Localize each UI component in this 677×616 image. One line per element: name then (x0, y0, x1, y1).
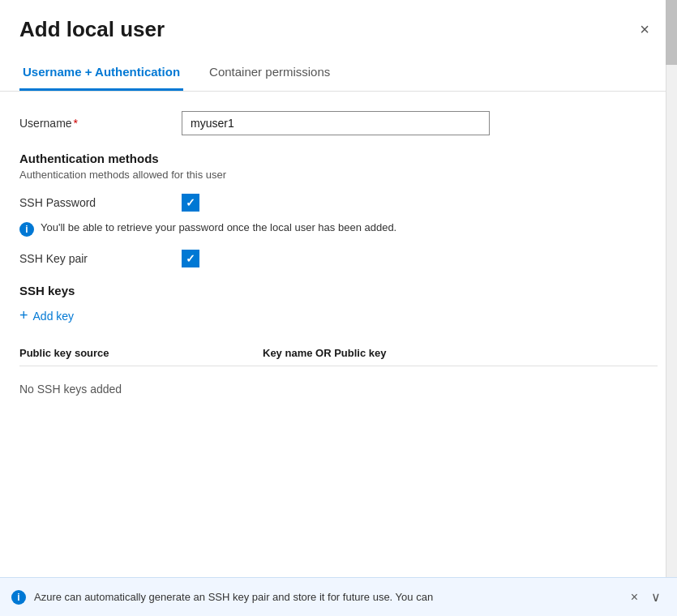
dialog-header: Add local user × (0, 0, 677, 55)
checkmark-icon-2: ✓ (186, 253, 195, 264)
ssh-password-checkbox[interactable]: ✓ (182, 194, 199, 212)
tabs-container: Username + Authentication Container perm… (0, 55, 677, 92)
info-text: You'll be able to retrieve your password… (41, 221, 396, 233)
content-area: Username* Authentication methods Authent… (0, 92, 677, 616)
auth-methods-heading: Authentication methods (19, 152, 658, 165)
ssh-password-info-banner: i You'll be able to retrieve your passwo… (19, 221, 658, 237)
tab-username-authentication[interactable]: Username + Authentication (19, 55, 183, 91)
ssh-password-row: SSH Password ✓ (19, 194, 658, 212)
table-col-public-key-source: Public key source (19, 347, 263, 359)
table-header-row: Public key source Key name OR Public key (19, 340, 658, 366)
bottom-info-text: Azure can automatically generate an SSH … (34, 591, 618, 603)
auth-methods-section: Authentication methods Authentication me… (19, 152, 658, 277)
username-label: Username* (19, 117, 182, 130)
username-input[interactable] (182, 111, 490, 135)
username-row: Username* (19, 111, 658, 135)
bottom-close-button[interactable]: × (626, 588, 643, 606)
ssh-password-label: SSH Password (19, 196, 182, 209)
info-icon: i (19, 222, 34, 237)
auth-methods-subtext: Authentication methods allowed for this … (19, 169, 658, 181)
scrollbar-thumb[interactable] (666, 0, 677, 65)
ssh-keypair-row: SSH Key pair ✓ (19, 250, 658, 267)
required-star: * (74, 117, 78, 130)
table-col-key-name: Key name OR Public key (263, 347, 658, 359)
ssh-keys-section: SSH keys + Add key Public key source Key… (19, 284, 658, 405)
add-key-button[interactable]: + Add key (19, 307, 74, 324)
bottom-info-icon: i (11, 590, 26, 605)
scrollbar-track[interactable] (666, 0, 677, 616)
no-keys-text: No SSH keys added (19, 373, 658, 405)
bottom-chevron-button[interactable]: ∨ (646, 588, 666, 606)
tab-container-permissions[interactable]: Container permissions (206, 55, 333, 91)
close-dialog-button[interactable]: × (632, 16, 658, 42)
bottom-info-bar: i Azure can automatically generate an SS… (0, 577, 677, 616)
add-local-user-dialog: Add local user × Username + Authenticati… (0, 0, 677, 616)
add-key-label: Add key (33, 310, 75, 323)
ssh-keypair-checkbox[interactable]: ✓ (182, 250, 199, 267)
ssh-keys-heading: SSH keys (19, 284, 658, 297)
ssh-keypair-label: SSH Key pair (19, 252, 182, 265)
plus-icon: + (19, 307, 28, 324)
checkmark-icon: ✓ (186, 197, 195, 208)
dialog-title: Add local user (19, 17, 165, 42)
